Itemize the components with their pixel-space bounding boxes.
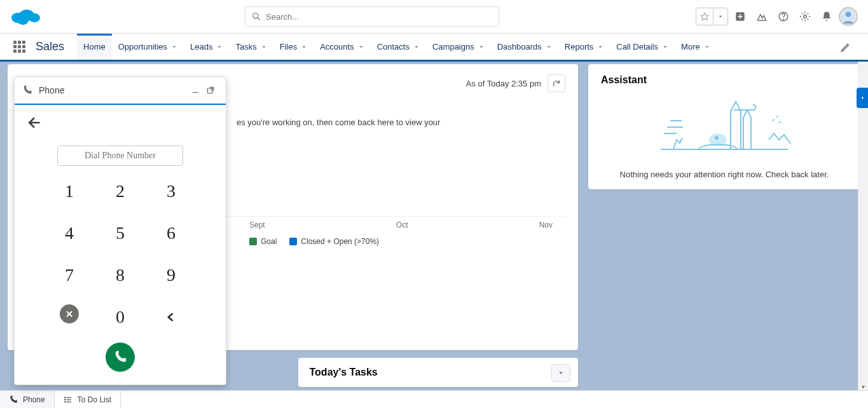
nav-item-label: Call Details [616,42,658,51]
nav-item-dashboards[interactable]: Dashboards [491,34,558,60]
legend-label: Closed + Open (>70%) [301,237,379,246]
search-icon [252,12,261,21]
xaxis-label: Nov [539,221,553,229]
keypad-0[interactable]: 0 [107,304,133,330]
keypad-2[interactable]: 2 [107,179,133,204]
keypad-clear[interactable] [60,304,79,323]
assistant-title: Assistant [601,74,848,86]
nav-item-more[interactable]: More [675,34,717,60]
keypad-4[interactable]: 4 [57,221,82,246]
edit-nav-icon[interactable] [836,37,855,57]
phone-icon [9,395,18,404]
vertical-scrollbar[interactable]: ▾ [858,62,868,390]
chevron-down-icon [358,44,364,50]
dial-input[interactable] [57,146,183,166]
chevron-down-icon [597,44,603,50]
as-of-text: As of Today 2:35 pm [466,79,541,88]
trailhead-icon[interactable] [752,7,771,26]
salesforce-logo [10,6,41,27]
chevron-down-icon [717,13,724,20]
chevron-down-icon [216,44,223,50]
svg-point-10 [804,15,807,18]
svg-point-14 [715,137,718,139]
nav-item-label: Accounts [320,42,354,51]
keypad-6[interactable]: 6 [158,221,184,246]
todays-tasks-card: Today's Tasks [298,358,579,387]
app-name: Sales [36,40,64,53]
right-panel-toggle[interactable] [857,88,868,108]
notifications-icon[interactable] [817,7,836,26]
svg-point-24 [64,401,65,402]
back-button[interactable] [25,112,45,133]
svg-line-5 [258,18,260,20]
minimize-button[interactable] [188,83,203,98]
nav-item-call-details[interactable]: Call Details [610,34,675,60]
help-icon[interactable] [774,7,793,26]
legend-swatch [289,238,297,245]
keypad-5[interactable]: 5 [107,221,133,246]
header-actions [696,7,858,26]
utility-todo[interactable]: To Do List [55,391,121,408]
chevron-down-icon [557,369,565,377]
nav-item-campaigns[interactable]: Campaigns [426,34,491,60]
utility-phone-label: Phone [23,395,45,404]
nav-item-reports[interactable]: Reports [558,34,610,60]
chevron-down-icon [662,44,668,50]
keypad-1[interactable]: 1 [57,179,82,204]
tasks-menu-button[interactable] [551,364,570,382]
favorites-split[interactable] [696,8,728,25]
svg-point-2 [29,13,40,22]
user-avatar[interactable] [839,7,858,26]
legend-item: Closed + Open (>70%) [289,237,379,246]
setup-icon[interactable] [796,7,815,26]
keypad-9[interactable]: 9 [158,262,184,288]
nav-item-files[interactable]: Files [273,34,313,60]
svg-marker-6 [701,13,708,20]
keypad-7[interactable]: 7 [57,262,82,288]
keypad-8[interactable]: 8 [107,262,133,288]
star-icon [700,12,709,21]
keypad-backspace[interactable] [158,304,184,330]
keypad-3[interactable]: 3 [158,179,184,204]
nav-item-label: Files [280,42,297,51]
chevron-down-icon [171,44,177,50]
chevron-down-icon [413,44,420,50]
svg-point-22 [64,397,65,397]
popout-button[interactable] [203,83,218,98]
legend-label: Goal [261,237,277,246]
chevron-down-icon [301,44,307,50]
nav-item-opportunities[interactable]: Opportunities [112,34,184,60]
nav-item-accounts[interactable]: Accounts [313,34,370,60]
nav-item-home[interactable]: Home [77,34,112,60]
nav-item-label: More [681,42,700,51]
nav-item-label: Opportunities [118,42,167,51]
nav-item-tasks[interactable]: Tasks [229,34,273,60]
chevron-down-icon [704,44,710,50]
nav-item-label: Leads [190,42,212,51]
xaxis-label: Oct [396,221,408,229]
svg-point-4 [253,13,258,18]
scroll-down-icon: ▾ [859,383,867,390]
nav-item-label: Dashboards [497,42,542,51]
svg-point-3 [17,16,29,25]
svg-point-9 [783,19,784,20]
app-launcher-icon[interactable] [8,36,31,58]
nav-item-label: Tasks [235,42,256,51]
refresh-button[interactable] [548,74,565,92]
nav-item-label: Campaigns [432,42,474,51]
nav-item-leads[interactable]: Leads [184,34,229,60]
phone-icon [22,85,32,95]
list-icon [64,395,72,404]
svg-point-12 [846,11,851,17]
add-button[interactable] [731,7,750,26]
softphone-header: Phone [15,77,226,105]
global-search[interactable] [245,6,499,27]
legend-item: Goal [249,237,277,246]
chevron-down-icon [478,44,485,50]
call-button[interactable] [106,343,135,372]
search-input[interactable] [266,12,492,22]
tasks-title: Today's Tasks [310,367,567,378]
utility-todo-label: To Do List [78,395,111,404]
nav-item-contacts[interactable]: Contacts [371,34,426,60]
utility-phone[interactable]: Phone [0,391,55,408]
